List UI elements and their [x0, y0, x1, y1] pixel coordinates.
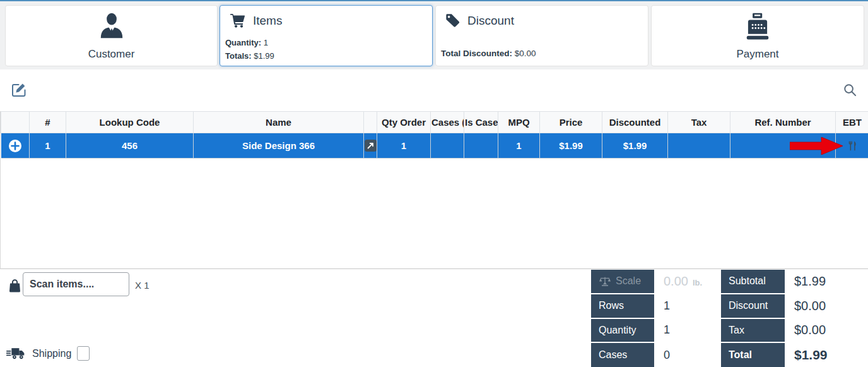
payment-card[interactable]: Payment	[651, 5, 864, 66]
external-link-icon[interactable]	[365, 140, 377, 150]
header-name: Name	[194, 112, 364, 133]
scale-unit: lb.	[693, 278, 702, 287]
scan-items-input[interactable]	[23, 272, 129, 296]
table-header-row: # Lookup Code Name Qty Order Cases ( Is …	[1, 112, 868, 133]
items-totals-label: Totals:	[225, 51, 252, 61]
row-qty-order[interactable]: 1	[377, 133, 431, 159]
rows-label-cell: Rows	[591, 294, 654, 318]
row-discounted[interactable]: $1.99	[602, 133, 668, 159]
header-cases: Cases (	[431, 112, 464, 133]
items-card[interactable]: Items Quantity: 1 Totals: $1.99	[220, 5, 433, 66]
items-quantity-line: Quantity: 1	[225, 36, 274, 49]
subtotal-label-cell: Subtotal	[721, 270, 785, 293]
table-row[interactable]: 1 456 Side Design 366 1 1 $1.99 $1.99	[1, 133, 868, 159]
items-table: # Lookup Code Name Qty Order Cases ( Is …	[0, 111, 868, 269]
edit-icon[interactable]	[11, 82, 26, 97]
total-label-cell: Total	[721, 343, 785, 367]
row-is-case[interactable]	[464, 133, 498, 159]
header-ebt: EBT	[836, 112, 868, 133]
cash-register-icon	[743, 11, 772, 43]
row-price[interactable]: $1.99	[540, 133, 602, 159]
header-price: Price	[540, 112, 602, 133]
row-ebt-cell[interactable]	[836, 133, 868, 159]
row-expand-cell[interactable]	[1, 133, 30, 159]
truck-icon	[6, 346, 25, 361]
scale-value-cell: 0.00 lb.	[655, 270, 720, 293]
header-ref-number: Ref. Number	[730, 112, 836, 133]
customer-card[interactable]: Customer	[5, 5, 218, 66]
items-card-label: Items	[253, 14, 282, 28]
utensils-icon	[847, 140, 858, 152]
balance-scale-icon	[599, 276, 611, 287]
header-tax: Tax	[668, 112, 730, 133]
items-quantity-label: Quantity:	[225, 38, 261, 47]
search-icon[interactable]	[843, 83, 857, 97]
header-lookup-code: Lookup Code	[66, 112, 194, 133]
header-link	[364, 112, 377, 133]
row-num[interactable]: 1	[30, 133, 66, 159]
summary-panel: Scale 0.00 lb. Subtotal $1.99 Rows 1 Dis…	[591, 270, 868, 367]
discount-label-cell: Discount	[721, 294, 785, 318]
person-icon	[97, 11, 126, 43]
header-mpq: MPQ	[498, 112, 540, 133]
header-discounted: Discounted	[602, 112, 668, 133]
tag-icon	[445, 13, 460, 28]
header-qty-order: Qty Order	[377, 112, 431, 133]
row-ref-number[interactable]	[730, 133, 836, 159]
scan-multiplier: X 1	[135, 280, 150, 291]
header-expand	[1, 112, 30, 133]
shipping-label: Shipping	[32, 348, 71, 359]
cart-icon	[229, 13, 246, 29]
row-cases[interactable]	[431, 133, 464, 159]
discount-total-label: Total Discounted:	[441, 49, 512, 58]
row-link-cell[interactable]	[364, 133, 377, 159]
items-totals-line: Totals: $1.99	[225, 49, 274, 63]
row-lookup-code[interactable]: 456	[66, 133, 194, 159]
discount-total-value: $0.00	[515, 49, 536, 58]
tax-value-cell: $0.00	[786, 319, 868, 342]
shipping-row: Shipping	[6, 346, 90, 361]
items-quantity-value: 1	[264, 38, 268, 47]
tax-label-cell: Tax	[721, 319, 785, 342]
payment-card-label: Payment	[736, 48, 778, 61]
discount-total-line: Total Discounted: $0.00	[441, 47, 536, 60]
discount-card-label: Discount	[467, 14, 514, 28]
row-tax[interactable]	[668, 133, 730, 159]
discount-card[interactable]: Discount Total Discounted: $0.00	[435, 5, 648, 66]
shopping-bag-icon	[8, 278, 21, 293]
header-is-case: Is Case	[464, 112, 498, 133]
plus-circle-icon[interactable]	[8, 139, 22, 153]
items-totals-value: $1.99	[254, 51, 274, 61]
quantity-label-cell: Quantity	[591, 319, 654, 342]
discount-value-cell: $0.00	[786, 294, 868, 318]
cases-label-cell: Cases	[591, 343, 654, 367]
quantity-value-cell: 1	[655, 319, 720, 342]
customer-card-label: Customer	[88, 48, 135, 61]
rows-value-cell: 1	[655, 294, 720, 318]
shipping-checkbox[interactable]	[77, 346, 90, 361]
header-num: #	[30, 112, 66, 133]
total-value-cell: $1.99	[786, 343, 868, 367]
scale-value: 0.00	[664, 274, 688, 289]
row-name[interactable]: Side Design 366	[194, 133, 364, 159]
scale-label: Scale	[616, 275, 641, 287]
scale-label-cell: Scale	[591, 270, 654, 293]
cases-value-cell: 0	[655, 343, 720, 367]
subtotal-value-cell: $1.99	[786, 270, 868, 293]
row-mpq[interactable]: 1	[498, 133, 540, 159]
